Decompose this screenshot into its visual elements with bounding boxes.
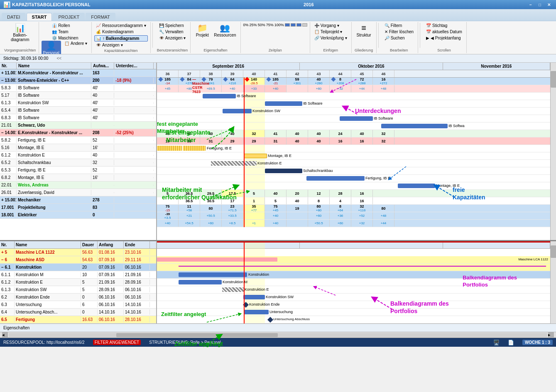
table-row: 5.17 IB Software 40 [0, 92, 156, 99]
status-resourcepool: RESSOURCENPOOL: http://localhost/ris6/2 [3, 340, 85, 345]
gliederung-label: Gliederung [355, 47, 373, 52]
ribbon-group-benutzeransichten: 💾 Speichern 🔧 Verwalten 👁️ Anzeigen ▾ Be… [154, 22, 191, 53]
col-under: Unterdec... [114, 63, 154, 69]
gantt-lower: Maschine LCA 1122 Konstruktion Konstrukt… [157, 241, 550, 323]
maschinen-icon: ⚙️ [52, 36, 57, 40]
filter-loeschen-icon: ✕ [385, 29, 388, 34]
table-row: − 6 Maschine ASD 54.63 07.09.16 29.11.16 [0, 256, 156, 264]
anzeigen-icon: 👁️ [96, 43, 101, 47]
close-button[interactable]: ✕ [545, 1, 553, 8]
stichtag-icon: 📅 [426, 23, 431, 28]
ressourcen-button[interactable]: 👥 Ressourcen [212, 23, 238, 38]
balkendiagramm-button[interactable]: 📊 Balken-diagramm [9, 23, 31, 43]
struktur-button[interactable]: ≡ Struktur [355, 23, 373, 38]
vscrollbar-upper[interactable] [550, 63, 556, 240]
status-icon-2: 📄 [508, 340, 514, 345]
tab-projekt[interactable]: PROJEKT [53, 13, 85, 21]
hscrollbar[interactable]: ◂ ▸ [0, 332, 556, 338]
gantt-week-header: 36 37 38 39 40 41 42 43 44 45 46 [157, 70, 550, 78]
maschinen-button[interactable]: ⚙️ Maschinen [50, 35, 80, 41]
table-row: − 6.1 Konstruktion 20 07.09.16 06.10.16 [0, 264, 156, 271]
hscroll-left[interactable]: ◂ [2, 332, 8, 338]
anzeigen2-icon: 👁️ [159, 36, 164, 40]
team-button[interactable]: 👥 Team [50, 29, 70, 34]
tab-start[interactable]: START [27, 13, 52, 21]
gantt-row: Konstruktion SW [157, 108, 550, 115]
gantt-row: 75-15 11+58 80 23+71.5 35+77 75+45 19 80… [157, 205, 550, 212]
projekt-icon: 📁 [197, 24, 208, 32]
table-row: + 5 Maschine LCA 1122 56.63 01.08.16 23.… [0, 249, 156, 256]
rollen-button[interactable]: 👔 Rollen [50, 23, 71, 28]
month-okt: Oktober 2016 [300, 63, 443, 70]
ribbon-group-bearbeiten: 🔍 Filtern ✕ Filter löschen 🔎 Suchen Bear… [380, 22, 418, 53]
kostendiagramm-button[interactable]: 💰 Kostendiagramm [94, 29, 148, 34]
ribbon-group-kapazitaetsansichten: 📈 Ressourcendiagramm ▾ 💰 Kostendiagramm … [92, 22, 151, 53]
nav-left[interactable]: << [56, 56, 61, 61]
speichern-button[interactable]: 💾 Speichern [157, 23, 187, 28]
teilprojekt-button[interactable]: 📋 Teilprojekt ▾ [313, 29, 349, 34]
zeitplan-label: Zeitplan [269, 47, 282, 52]
personal-button[interactable]: 👤 Personal [42, 41, 61, 54]
project-table: Nr. Name Dauer Anfang Ende + 5 Maschine … [0, 241, 157, 323]
title-bar: 📊 KAPAZITäTSABGLEICH PERSONAL 2016 − □ ✕ [0, 0, 556, 9]
stichtag-text: Stichtag: 30.09.16 00:00 [3, 56, 48, 61]
table-row: 18.001 Elektriker 0 [0, 211, 156, 219]
projektanfang-button[interactable]: ▶ ◀ Projektanfang [424, 35, 464, 41]
table-row: 5.8.3 IB Software 40' [0, 84, 156, 92]
hscroll-right[interactable]: ▸ [548, 332, 554, 338]
app-title-center: 2016 [91, 2, 527, 7]
upper-section: Nr. Name Aufwa... Unterdec... + 11.001 M… [0, 63, 556, 241]
table-row: 6.2 Konstruktion Ende 0 06.10.16 06.10.1… [0, 294, 156, 301]
benutzeransichten-label: Benutzeransichten [157, 47, 188, 52]
table-row: 6.5.4 IB Software 40' [0, 107, 156, 114]
suchen-button[interactable]: 🔎 Suchen [383, 35, 415, 41]
andere-icon: 📋 [64, 41, 69, 46]
verwalten-icon: 🔧 [159, 29, 164, 34]
vorgangsansichten-label: Vorgangsansichten [4, 47, 36, 52]
andere-button[interactable]: 📋 Andere ▾ [63, 41, 89, 46]
balkendiagramm2-button[interactable]: 📊 ↑ Balkendiagramm [94, 35, 148, 42]
balkendiagramm2-icon: 📊 [96, 36, 101, 41]
col-nr: Nr. [0, 63, 17, 69]
week-38: 38 [200, 70, 222, 77]
filtern-button[interactable]: 🔍 Filtern [383, 23, 415, 28]
tab-format[interactable]: FORMAT [86, 13, 115, 21]
gantt-row: Konstruktion [157, 271, 550, 279]
col-name: Name [17, 63, 91, 69]
verknuepfung-button[interactable]: 🔗 Verknüpfung ▾ [313, 35, 349, 41]
gantt-row: 5 36.5 29.5 17.5 5 40 20 12 28 16 [157, 190, 550, 197]
ressourcen-icon: 👥 [220, 24, 230, 32]
vscrollbar-lower[interactable] [550, 241, 556, 323]
gantt-row: 40 40 40 40 32 41 40 40 24 40 32 [157, 130, 550, 137]
anzeigen2-button[interactable]: 👁️ Anzeigen ▾ [157, 35, 187, 41]
gantt-row: -39+3.5 +21 +50.5 +33.5 +40 +60 +36 +52 … [157, 212, 550, 220]
balkendiagramm-label: Balken-diagramm [11, 33, 29, 42]
verwalten-button[interactable]: 🔧 Verwalten [157, 29, 187, 34]
gantt-row: Untersuchung Abschluss [157, 316, 550, 323]
minimize-button[interactable]: − [527, 1, 534, 8]
anzeigen-button[interactable]: 👁️ Anzeigen ▾ [94, 42, 148, 48]
stichtag-button[interactable]: 📅 Stichtag [424, 23, 464, 28]
ribbon-group-scrollen: 📅 Stichtag 📅 aktuelles Datum ▶ ◀ Projekt… [422, 22, 467, 53]
vorgang-button[interactable]: ➕ Vorgang ▾ [313, 23, 349, 28]
status-icon-1: 🖥️ [493, 340, 500, 345]
gantt-row: Fertigung, IB E [157, 145, 550, 152]
table-row: − 13.001 Software-Entwickler - C++ 200 -… [0, 77, 156, 84]
table-row: 21.01 Schwarz, Udo [0, 122, 156, 129]
gantt-row: Montage, IB E [157, 182, 550, 190]
projekt-button[interactable]: 📁 Projekt [193, 23, 211, 38]
gantt-row: IB Software [157, 115, 550, 122]
eigenschaften-label: Eigenschaften [203, 47, 227, 52]
projektanfang-icon: ▶ [426, 36, 429, 40]
table-row: 6.1.3 Konstruktion SW 40' [0, 99, 156, 107]
aktuelles-datum-button[interactable]: 📅 aktuelles Datum [424, 29, 464, 34]
tab-datei[interactable]: DATEI [2, 13, 26, 21]
maximize-button[interactable]: □ [536, 1, 544, 8]
week-39: 39 [222, 70, 243, 77]
content-area: Nr. Name Aufwa... Unterdec... + 11.001 M… [0, 63, 556, 323]
personal-icon: 👤 [46, 42, 56, 50]
aktuelles-datum-icon: 📅 [426, 29, 431, 34]
ressourcendiagramm-button[interactable]: 📈 Ressourcendiagramm ▾ [94, 23, 148, 28]
table-row: 6.5 Fertigung 16.63 06.10.16 28.10.16 [0, 316, 156, 323]
filter-loeschen-button[interactable]: ✕ Filter löschen [383, 29, 415, 34]
